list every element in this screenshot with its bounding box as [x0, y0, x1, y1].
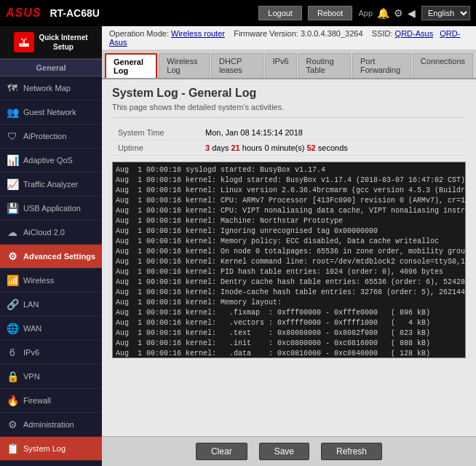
firmware-value: 3.0.0.4.380_3264 — [301, 29, 363, 38]
sidebar-item-aiprotection[interactable]: 🛡AiProtection — [0, 125, 102, 149]
svg-rect-0 — [20, 44, 30, 47]
sidebar: Quick Internet Setup General🗺Network Map… — [0, 26, 102, 466]
sidebar-label-lan: LAN — [23, 300, 39, 309]
settings-icon[interactable]: ⚙ — [394, 7, 403, 19]
sidebar-label-vpn: VPN — [23, 372, 40, 381]
sidebar-item-network-map[interactable]: 🗺Network Map — [0, 76, 102, 100]
sidebar-logo-area[interactable]: Quick Internet Setup — [0, 26, 102, 59]
sidebar-label-aicloud-2.0: AiCloud 2.0 — [23, 228, 65, 237]
uptime-hours: 21 — [231, 143, 239, 152]
sidebar-advanced-label: Advanced Settings — [23, 252, 95, 261]
sidebar-item-lan[interactable]: 🔗LAN — [0, 293, 102, 317]
notification-icon[interactable]: 🔔 — [377, 7, 389, 19]
tab-wireless-log[interactable]: Wireless Log — [159, 53, 210, 78]
tab-connections[interactable]: Connections — [413, 53, 473, 78]
content-area: System Log - General Log This page shows… — [102, 79, 476, 436]
save-button[interactable]: Save — [259, 443, 309, 460]
back-icon[interactable]: ◀ — [408, 7, 416, 19]
router-icon — [17, 36, 31, 49]
sidebar-icon-lan: 🔗 — [6, 298, 19, 311]
log-textarea[interactable]: Aug 1 00:00:16 syslogd started: BusyBox … — [112, 162, 466, 358]
sidebar-item-adaptive-qos[interactable]: 📊Adaptive QoS — [0, 149, 102, 173]
uptime-days-unit: days — [212, 143, 231, 152]
uptime-minutes: 0 — [264, 143, 269, 152]
sidebar-icon-guest-network: 👥 — [6, 106, 19, 119]
sidebar-items: General🗺Network Map👥Guest Network🛡AiProt… — [0, 59, 102, 466]
sidebar-item-traffic-analyzer[interactable]: 📈Traffic Analyzer — [0, 173, 102, 197]
sidebar-item-aicloud-2.0[interactable]: ☁AiCloud 2.0 — [0, 221, 102, 245]
refresh-button[interactable]: Refresh — [321, 443, 382, 460]
sidebar-icon-ipv6: 6️ — [6, 346, 19, 359]
sidebar-icon-administration: ⚙ — [6, 418, 19, 431]
sidebar-icon-firewall: 🔥 — [6, 394, 19, 407]
system-time-value: Mon, Jan 08 14:15:14 2018 — [199, 125, 466, 141]
page-subtitle: This page shows the detailed system's ac… — [112, 103, 466, 118]
sidebar-item-administration[interactable]: ⚙Administration — [0, 413, 102, 437]
sidebar-logo-icon — [14, 32, 34, 52]
sidebar-icon-adaptive-qos: 📊 — [6, 154, 19, 167]
main-panel: Operation Mode: Wireless router Firmware… — [102, 26, 476, 466]
system-info-table: System Time Mon, Jan 08 14:15:14 2018 Up… — [112, 125, 466, 156]
sidebar-item-usb-application[interactable]: 💾USB Application — [0, 197, 102, 221]
sidebar-quicksetup-label: Quick Internet Setup — [39, 33, 87, 52]
tab-general-log[interactable]: General Log — [105, 53, 157, 78]
logout-button[interactable]: Logout — [258, 6, 302, 20]
uptime-row: Uptime 3 days 21 hours 0 minute(s) 52 se… — [112, 141, 466, 156]
sidebar-item-wireless[interactable]: 📶Wireless — [0, 269, 102, 293]
sidebar-item-system-log[interactable]: 📋System Log — [0, 437, 102, 461]
svg-point-1 — [21, 44, 23, 46]
sidebar-section-title: General — [0, 59, 102, 76]
sidebar-label-usb-application: USB Application — [23, 204, 81, 213]
sidebar-label-ipv6: IPv6 — [23, 348, 39, 357]
ssid1-link[interactable]: QRD-Asus — [395, 29, 434, 38]
tab-dhcp-leases[interactable]: DHCP leases — [211, 53, 263, 78]
header-icons: App 🔔 ⚙ ◀ — [358, 7, 416, 19]
sidebar-icon-wan: 🌐 — [6, 322, 19, 335]
sidebar-label-firewall: Firewall — [23, 396, 51, 405]
sidebar-icon-aicloud-2.0: ☁ — [6, 226, 19, 239]
sidebar-icon-wireless: 📶 — [6, 274, 19, 287]
sidebar-label-administration: Administration — [23, 420, 74, 429]
sidebar-label-system-log: System Log — [23, 444, 66, 453]
sidebar-icon-aiprotection: 🛡 — [6, 130, 19, 143]
sidebar-label-adaptive-qos: Adaptive QoS — [23, 156, 73, 165]
sidebar-label-wan: WAN — [23, 324, 41, 333]
operation-mode-label: Operation Mode: — [109, 29, 169, 38]
language-select[interactable]: English — [421, 6, 470, 20]
info-bar: Operation Mode: Wireless router Firmware… — [102, 26, 476, 50]
sidebar-item-network-tools[interactable]: 🔧Network Tools — [0, 461, 102, 466]
device-model: RT-AC68U — [49, 7, 99, 19]
app-icon: App — [358, 9, 373, 17]
tab-port-forwarding[interactable]: Port Forwarding — [352, 53, 411, 78]
tab-routing-table[interactable]: Routing Table — [298, 53, 351, 78]
sidebar-item-ipv6[interactable]: 6️IPv6 — [0, 341, 102, 365]
sidebar-advanced-settings-header[interactable]: ⚙Advanced Settings — [0, 245, 102, 269]
system-time-label: System Time — [112, 125, 199, 141]
sidebar-item-firewall[interactable]: 🔥Firewall — [0, 389, 102, 413]
system-time-display: Mon, Jan 08 14:15:14 2018 — [205, 128, 303, 137]
sidebar-label-traffic-analyzer: Traffic Analyzer — [23, 180, 78, 189]
settings-section-icon: ⚙ — [6, 250, 19, 263]
clear-button[interactable]: Clear — [196, 443, 247, 460]
uptime-value: 3 days 21 hours 0 minute(s) 52 seconds — [199, 141, 466, 156]
sidebar-icon-traffic-analyzer: 📈 — [6, 178, 19, 191]
svg-point-2 — [23, 44, 24, 46]
sidebar-label-network-map: Network Map — [23, 84, 71, 92]
sidebar-item-wan[interactable]: 🌐WAN — [0, 317, 102, 341]
header: ASUS RT-AC68U Logout Reboot App 🔔 ⚙ ◀ En… — [0, 0, 476, 26]
sidebar-item-vpn[interactable]: 🔒VPN — [0, 365, 102, 389]
firmware-label: Firmware Version: — [234, 29, 298, 38]
reboot-button[interactable]: Reboot — [308, 6, 352, 20]
ssid-label: SSID: — [372, 29, 393, 38]
sidebar-icon-vpn: 🔒 — [6, 370, 19, 383]
uptime-days: 3 — [205, 143, 210, 152]
sidebar-item-guest-network[interactable]: 👥Guest Network — [0, 100, 102, 125]
sidebar-label-wireless: Wireless — [23, 276, 54, 285]
uptime-seconds: 52 — [306, 143, 315, 152]
operation-mode-link[interactable]: Wireless router — [171, 29, 225, 38]
sidebar-label-aiprotection: AiProtection — [23, 132, 66, 141]
sidebar-icon-usb-application: 💾 — [6, 202, 19, 215]
uptime-hours-unit: hours — [242, 143, 265, 152]
tab-ipv6[interactable]: IPv6 — [265, 53, 297, 78]
layout: Quick Internet Setup General🗺Network Map… — [0, 26, 476, 466]
